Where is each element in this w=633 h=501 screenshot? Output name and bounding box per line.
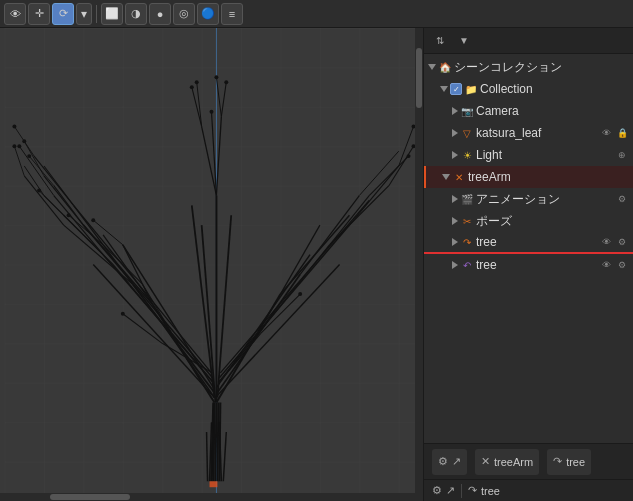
collection-item[interactable]: ✓ 📁 Collection: [424, 78, 633, 100]
panel-extra-bar: ⚙ ↗ ↷ tree: [424, 479, 633, 501]
tree1-expand[interactable]: [452, 238, 458, 246]
animation-icon: 🎬: [460, 192, 474, 206]
svg-point-87: [121, 312, 125, 316]
outliner-sort-btn[interactable]: ⇅: [430, 31, 450, 51]
solid-btn[interactable]: ●: [149, 3, 171, 25]
scene-collection-item[interactable]: 🏠 シーンコレクション: [424, 56, 633, 78]
svg-point-96: [91, 218, 95, 222]
animation-item[interactable]: 🎬 アニメーション ⚙: [424, 188, 633, 210]
katsura-action1[interactable]: 👁: [599, 126, 613, 140]
shading-btn[interactable]: ◑: [125, 3, 147, 25]
panel-bottom-bar: ⚙ ↗ ✕ treeArm ↷ tree: [424, 443, 633, 479]
svg-line-10: [207, 432, 208, 481]
svg-point-90: [298, 292, 302, 296]
camera-label: Camera: [476, 104, 629, 118]
collection-checkbox[interactable]: ✓: [450, 83, 462, 95]
bottom-treearm-section[interactable]: ✕ treeArm: [475, 449, 539, 475]
collection-label: Collection: [480, 82, 629, 96]
viewport[interactable]: [0, 28, 423, 501]
tree-viewport-svg: [0, 28, 423, 501]
extra-settings-icon: ⚙: [432, 484, 442, 497]
bottom-tree-section[interactable]: ↷ tree: [547, 449, 591, 475]
animation-expand[interactable]: [452, 195, 458, 203]
right-panel: ⇅ ▼ 🏠 シーンコレクション ✓ 📁 Collection 📷 Camera: [423, 28, 633, 501]
light-plus-btn[interactable]: ⊕: [615, 148, 629, 162]
treearm-bottom-label: treeArm: [494, 456, 533, 468]
view-full-btn[interactable]: ⬜: [101, 3, 123, 25]
tree2-icon: ↶: [460, 258, 474, 272]
camera-expand[interactable]: [452, 107, 458, 115]
tree1-actions: 👁 ⚙: [599, 235, 629, 249]
katsura-expand[interactable]: [452, 129, 458, 137]
svg-line-6: [217, 402, 218, 481]
tree2-item[interactable]: ↶ tree 👁 ⚙: [424, 254, 633, 276]
view-btn[interactable]: 👁: [4, 3, 26, 25]
animation-gear[interactable]: ⚙: [615, 192, 629, 206]
tree-bottom-label: tree: [566, 456, 585, 468]
light-item[interactable]: ☀ Light ⊕: [424, 144, 633, 166]
treearm-expand[interactable]: [442, 174, 450, 180]
camera-item[interactable]: 📷 Camera: [424, 100, 633, 122]
tree2-actions: 👁 ⚙: [599, 258, 629, 272]
svg-rect-97: [210, 481, 218, 487]
extra-left-section[interactable]: ⚙ ↗: [432, 484, 455, 497]
pose-expand[interactable]: [452, 217, 458, 225]
tree1-action2[interactable]: ⚙: [615, 235, 629, 249]
svg-point-92: [27, 154, 31, 158]
treearm-label: treeArm: [468, 170, 629, 184]
cursor-icon: ↗: [452, 455, 461, 468]
tree1-icon: ↷: [460, 235, 474, 249]
svg-point-64: [17, 144, 21, 148]
render-btn[interactable]: 🔵: [197, 3, 219, 25]
viewport-hscroll[interactable]: [0, 493, 415, 501]
scene-icon: 🏠: [438, 60, 452, 74]
camera-icon: 📷: [460, 104, 474, 118]
pose-item[interactable]: ✂ ポーズ: [424, 210, 633, 232]
light-expand[interactable]: [452, 151, 458, 159]
tree1-action1[interactable]: 👁: [599, 235, 613, 249]
katsura-label: katsura_leaf: [476, 126, 597, 140]
katsura-action2[interactable]: 🔒: [615, 126, 629, 140]
katsura-icon: ▽: [460, 126, 474, 140]
extra-tree-icon: ↷: [468, 484, 477, 497]
svg-point-62: [12, 144, 16, 148]
mode-dropdown[interactable]: ▾: [76, 3, 92, 25]
katsura-item[interactable]: ▽ katsura_leaf 👁 🔒: [424, 122, 633, 144]
extra-tree-section[interactable]: ↷ tree: [468, 484, 500, 497]
tree2-label: tree: [476, 258, 597, 272]
light-icon: ☀: [460, 148, 474, 162]
viewport-vscroll[interactable]: [415, 28, 423, 501]
light-label: Light: [476, 148, 613, 162]
tree1-item[interactable]: ↷ tree 👁 ⚙: [424, 232, 633, 254]
outliner-content[interactable]: 🏠 シーンコレクション ✓ 📁 Collection 📷 Camera ▽ ka: [424, 54, 633, 443]
svg-line-4: [213, 402, 214, 481]
material-btn[interactable]: ◎: [173, 3, 195, 25]
svg-point-78: [407, 154, 411, 158]
collection-icon: 📁: [464, 82, 478, 96]
extra-tree-label: tree: [481, 485, 500, 497]
extra-btn[interactable]: ≡: [221, 3, 243, 25]
bottom-settings-btn[interactable]: ⚙ ↗: [432, 449, 467, 475]
pose-icon: ✂: [460, 214, 474, 228]
extra-cursor-icon: ↗: [446, 484, 455, 497]
rotate-btn[interactable]: ⟳: [52, 3, 74, 25]
scene-collection-expand[interactable]: [428, 64, 436, 70]
animation-label: アニメーション: [476, 191, 613, 208]
scene-collection-label: シーンコレクション: [454, 59, 629, 76]
tree2-action2[interactable]: ⚙: [615, 258, 629, 272]
svg-point-72: [190, 85, 194, 89]
cursor-btn[interactable]: ✛: [28, 3, 50, 25]
collection-expand[interactable]: [440, 86, 448, 92]
separator1: [96, 5, 97, 23]
svg-point-84: [67, 213, 71, 217]
svg-point-74: [224, 80, 228, 84]
treearm-bottom-icon: ✕: [481, 455, 490, 468]
extra-divider: [461, 484, 462, 498]
light-actions: ⊕: [615, 148, 629, 162]
settings-icon: ⚙: [438, 455, 448, 468]
treearm-item[interactable]: ✕ treeArm: [424, 166, 633, 188]
pose-label: ポーズ: [476, 213, 629, 230]
tree2-expand[interactable]: [452, 261, 458, 269]
outliner-filter-btn[interactable]: ▼: [454, 31, 474, 51]
tree2-action1[interactable]: 👁: [599, 258, 613, 272]
